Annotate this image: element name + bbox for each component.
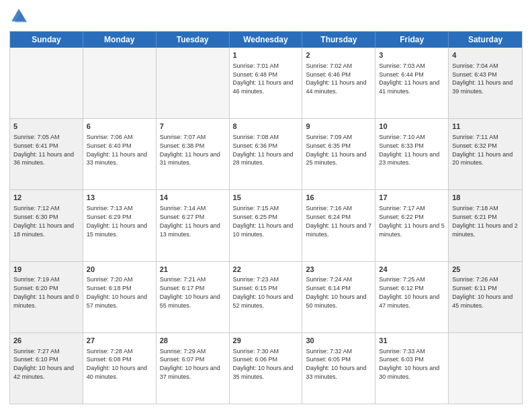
- cell-info: Sunrise: 7:25 AMSunset: 6:12 PMDaylight:…: [379, 276, 439, 308]
- calendar-row-3: 19Sunrise: 7:19 AMSunset: 6:20 PMDayligh…: [10, 261, 522, 332]
- day-number: 18: [452, 193, 519, 203]
- header-day-sunday: Sunday: [10, 32, 83, 48]
- header: [9, 7, 523, 26]
- calendar-cell-3-6: 25Sunrise: 7:26 AMSunset: 6:11 PMDayligh…: [449, 262, 522, 332]
- day-number: 9: [306, 122, 371, 132]
- day-number: 11: [452, 122, 519, 132]
- calendar-cell-3-5: 24Sunrise: 7:25 AMSunset: 6:12 PMDayligh…: [375, 262, 449, 332]
- calendar: SundayMondayTuesdayWednesdayThursdayFrid…: [9, 31, 523, 404]
- day-number: 13: [87, 193, 152, 203]
- calendar-cell-4-6: [449, 333, 522, 404]
- cell-info: Sunrise: 7:03 AMSunset: 6:44 PMDaylight:…: [379, 62, 439, 95]
- calendar-cell-3-3: 22Sunrise: 7:23 AMSunset: 6:15 PMDayligh…: [230, 262, 303, 332]
- cell-info: Sunrise: 7:01 AMSunset: 6:48 PMDaylight:…: [233, 62, 294, 95]
- day-number: 3: [379, 50, 445, 60]
- calendar-body: 1Sunrise: 7:01 AMSunset: 6:48 PMDaylight…: [10, 48, 522, 404]
- calendar-cell-0-4: 2Sunrise: 7:02 AMSunset: 6:46 PMDaylight…: [302, 48, 375, 118]
- day-number: 16: [306, 193, 371, 203]
- day-number: 27: [87, 336, 152, 346]
- calendar-cell-4-5: 31Sunrise: 7:33 AMSunset: 6:03 PMDayligh…: [375, 333, 449, 404]
- calendar-row-2: 12Sunrise: 7:12 AMSunset: 6:30 PMDayligh…: [10, 189, 522, 261]
- cell-info: Sunrise: 7:32 AMSunset: 6:05 PMDaylight:…: [306, 348, 366, 380]
- cell-info: Sunrise: 7:19 AMSunset: 6:20 PMDaylight:…: [13, 276, 79, 308]
- cell-info: Sunrise: 7:02 AMSunset: 6:46 PMDaylight:…: [306, 62, 366, 95]
- cell-info: Sunrise: 7:08 AMSunset: 6:36 PMDaylight:…: [233, 134, 294, 166]
- day-number: 28: [160, 336, 226, 346]
- cell-info: Sunrise: 7:05 AMSunset: 6:41 PMDaylight:…: [13, 134, 74, 166]
- calendar-cell-1-0: 5Sunrise: 7:05 AMSunset: 6:41 PMDaylight…: [10, 119, 83, 189]
- day-number: 17: [379, 193, 445, 203]
- day-number: 30: [306, 336, 371, 346]
- cell-info: Sunrise: 7:29 AMSunset: 6:07 PMDaylight:…: [160, 348, 220, 380]
- header-day-saturday: Saturday: [449, 32, 522, 48]
- day-number: 2: [306, 50, 371, 60]
- day-number: 26: [13, 336, 79, 346]
- cell-info: Sunrise: 7:24 AMSunset: 6:14 PMDaylight:…: [306, 276, 366, 308]
- cell-info: Sunrise: 7:12 AMSunset: 6:30 PMDaylight:…: [13, 205, 74, 237]
- cell-info: Sunrise: 7:14 AMSunset: 6:27 PMDaylight:…: [160, 205, 220, 237]
- header-day-monday: Monday: [83, 32, 157, 48]
- calendar-row-0: 1Sunrise: 7:01 AMSunset: 6:48 PMDaylight…: [10, 48, 522, 118]
- calendar-cell-0-1: [83, 48, 157, 118]
- calendar-cell-2-3: 15Sunrise: 7:15 AMSunset: 6:25 PMDayligh…: [230, 190, 303, 261]
- calendar-cell-0-5: 3Sunrise: 7:03 AMSunset: 6:44 PMDaylight…: [375, 48, 449, 118]
- day-number: 7: [160, 122, 226, 132]
- header-day-wednesday: Wednesday: [230, 32, 303, 48]
- day-number: 29: [233, 336, 299, 346]
- calendar-cell-1-2: 7Sunrise: 7:07 AMSunset: 6:38 PMDaylight…: [157, 119, 230, 189]
- calendar-cell-2-1: 13Sunrise: 7:13 AMSunset: 6:29 PMDayligh…: [83, 190, 157, 261]
- cell-info: Sunrise: 7:04 AMSunset: 6:43 PMDaylight:…: [452, 62, 513, 95]
- cell-info: Sunrise: 7:30 AMSunset: 6:06 PMDaylight:…: [233, 348, 294, 380]
- calendar-cell-2-2: 14Sunrise: 7:14 AMSunset: 6:27 PMDayligh…: [157, 190, 230, 261]
- day-number: 24: [379, 265, 445, 275]
- calendar-cell-4-0: 26Sunrise: 7:27 AMSunset: 6:10 PMDayligh…: [10, 333, 83, 404]
- logo: [9, 7, 31, 26]
- cell-info: Sunrise: 7:16 AMSunset: 6:24 PMDaylight:…: [306, 205, 371, 237]
- day-number: 5: [13, 122, 79, 132]
- cell-info: Sunrise: 7:07 AMSunset: 6:38 PMDaylight:…: [160, 134, 220, 166]
- page: SundayMondayTuesdayWednesdayThursdayFrid…: [0, 0, 532, 411]
- logo-icon: [9, 7, 28, 26]
- day-number: 8: [233, 122, 299, 132]
- calendar-cell-3-0: 19Sunrise: 7:19 AMSunset: 6:20 PMDayligh…: [10, 262, 83, 332]
- day-number: 21: [160, 265, 226, 275]
- cell-info: Sunrise: 7:26 AMSunset: 6:11 PMDaylight:…: [452, 276, 513, 308]
- header-day-thursday: Thursday: [302, 32, 375, 48]
- cell-info: Sunrise: 7:21 AMSunset: 6:17 PMDaylight:…: [160, 276, 220, 308]
- cell-info: Sunrise: 7:27 AMSunset: 6:10 PMDaylight:…: [13, 348, 74, 380]
- cell-info: Sunrise: 7:10 AMSunset: 6:33 PMDaylight:…: [379, 134, 439, 166]
- day-number: 23: [306, 265, 371, 275]
- cell-info: Sunrise: 7:15 AMSunset: 6:25 PMDaylight:…: [233, 205, 294, 237]
- cell-info: Sunrise: 7:28 AMSunset: 6:08 PMDaylight:…: [87, 348, 147, 380]
- calendar-cell-3-2: 21Sunrise: 7:21 AMSunset: 6:17 PMDayligh…: [157, 262, 230, 332]
- day-number: 22: [233, 265, 299, 275]
- calendar-cell-1-3: 8Sunrise: 7:08 AMSunset: 6:36 PMDaylight…: [230, 119, 303, 189]
- calendar-cell-1-1: 6Sunrise: 7:06 AMSunset: 6:40 PMDaylight…: [83, 119, 157, 189]
- day-number: 10: [379, 122, 445, 132]
- header-day-friday: Friday: [375, 32, 449, 48]
- cell-info: Sunrise: 7:09 AMSunset: 6:35 PMDaylight:…: [306, 134, 366, 166]
- day-number: 1: [233, 50, 299, 60]
- calendar-header: SundayMondayTuesdayWednesdayThursdayFrid…: [10, 32, 522, 48]
- calendar-cell-3-1: 20Sunrise: 7:20 AMSunset: 6:18 PMDayligh…: [83, 262, 157, 332]
- calendar-cell-4-4: 30Sunrise: 7:32 AMSunset: 6:05 PMDayligh…: [302, 333, 375, 404]
- calendar-cell-4-1: 27Sunrise: 7:28 AMSunset: 6:08 PMDayligh…: [83, 333, 157, 404]
- calendar-cell-4-3: 29Sunrise: 7:30 AMSunset: 6:06 PMDayligh…: [230, 333, 303, 404]
- calendar-row-4: 26Sunrise: 7:27 AMSunset: 6:10 PMDayligh…: [10, 332, 522, 404]
- cell-info: Sunrise: 7:20 AMSunset: 6:18 PMDaylight:…: [87, 276, 147, 308]
- calendar-cell-0-6: 4Sunrise: 7:04 AMSunset: 6:43 PMDaylight…: [449, 48, 522, 118]
- calendar-cell-2-6: 18Sunrise: 7:18 AMSunset: 6:21 PMDayligh…: [449, 190, 522, 261]
- calendar-cell-2-0: 12Sunrise: 7:12 AMSunset: 6:30 PMDayligh…: [10, 190, 83, 261]
- day-number: 14: [160, 193, 226, 203]
- day-number: 31: [379, 336, 445, 346]
- cell-info: Sunrise: 7:18 AMSunset: 6:21 PMDaylight:…: [452, 205, 518, 237]
- cell-info: Sunrise: 7:11 AMSunset: 6:32 PMDaylight:…: [452, 134, 513, 166]
- calendar-cell-4-2: 28Sunrise: 7:29 AMSunset: 6:07 PMDayligh…: [157, 333, 230, 404]
- calendar-cell-2-4: 16Sunrise: 7:16 AMSunset: 6:24 PMDayligh…: [302, 190, 375, 261]
- calendar-cell-1-5: 10Sunrise: 7:10 AMSunset: 6:33 PMDayligh…: [375, 119, 449, 189]
- day-number: 19: [13, 265, 79, 275]
- cell-info: Sunrise: 7:17 AMSunset: 6:22 PMDaylight:…: [379, 205, 445, 237]
- calendar-cell-1-6: 11Sunrise: 7:11 AMSunset: 6:32 PMDayligh…: [449, 119, 522, 189]
- day-number: 6: [87, 122, 152, 132]
- cell-info: Sunrise: 7:33 AMSunset: 6:03 PMDaylight:…: [379, 348, 439, 380]
